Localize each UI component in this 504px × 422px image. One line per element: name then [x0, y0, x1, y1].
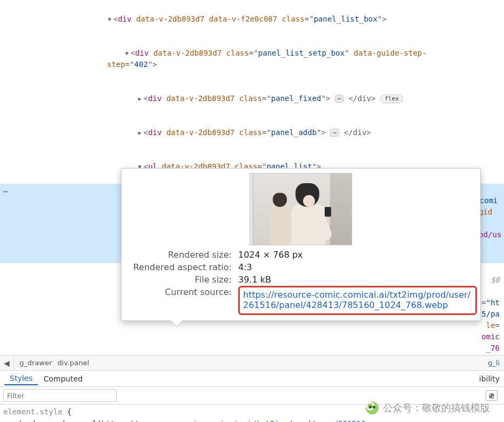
dom-node-fragment: _76 — [0, 343, 504, 354]
highlight-red-box: https://resource-comic.comicai.ai/txt2im… — [238, 286, 477, 315]
tab-truncated[interactable]: ibility — [474, 372, 500, 385]
tab-styles[interactable]: Styles — [4, 372, 38, 385]
breadcrumb-item[interactable]: div.panel — [57, 359, 89, 367]
tooltip-value-aspect: 4:3 — [235, 261, 480, 273]
rule-selector-label: element.style — [3, 407, 63, 416]
tooltip-label-aspect: Rendered aspect ratio: — [122, 261, 235, 273]
tooltip-value-rendered-size: 1024 × 768 px — [235, 249, 480, 261]
dom-node-div-step-box[interactable]: <div data-v-2db893d7 class="panel_list_s… — [0, 36, 504, 82]
dom-node-fragment: omic — [0, 331, 504, 343]
tab-computed[interactable]: Computed — [38, 372, 88, 385]
tooltip-label-source: Current source: — [122, 286, 235, 316]
styles-filter-input[interactable] — [3, 389, 117, 402]
tooltip-value-filesize: 39.1 kB — [235, 273, 480, 286]
breadcrumb-scroll-left-icon[interactable]: ◀ — [0, 356, 14, 370]
breadcrumb-item-active[interactable]: g_li — [488, 359, 504, 367]
dom-node-div-panel-addb[interactable]: <div data-v-2db893d7 class="panel_addb">… — [0, 116, 504, 150]
tooltip-label-filesize: File size: — [122, 273, 235, 286]
styles-filter-row: ⎚ — [0, 387, 504, 405]
toggle-hover-button[interactable]: ⎚ — [486, 390, 498, 401]
expand-url-caret[interactable]: ▶ — [74, 419, 78, 422]
hover-icon: ⎚ — [489, 391, 494, 400]
node-actions-icon[interactable]: ⋯ — [3, 186, 8, 197]
styles-rule-element-style[interactable]: element.style { background: ▶ url(https:… — [0, 405, 504, 422]
breadcrumb: ◀ g_drawer div.panel g_li — [0, 355, 504, 371]
ellipsis-badge[interactable]: ⋯ — [330, 129, 339, 137]
css-property-name[interactable]: background — [19, 419, 65, 422]
breadcrumb-item[interactable]: g_drawer — [19, 359, 52, 367]
image-preview-tooltip: Rendered size: 1024 × 768 px Rendered as… — [121, 168, 481, 321]
flex-badge[interactable]: flex — [380, 95, 404, 103]
styles-tabs: Styles Computed ibility — [0, 371, 504, 387]
dom-node-div-panel-fixed[interactable]: <div data-v-2db893d7 class="panel_fixed"… — [0, 82, 504, 116]
ellipsis-badge[interactable]: ⋯ — [335, 95, 344, 103]
dom-node-div-panel-list-box[interactable]: <div data-v-2db893d7 data-v-f2e0c087 cla… — [0, 2, 504, 36]
css-url-link[interactable]: https://resource-comic.comicai.ai/txt2im… — [102, 419, 370, 422]
dom-node-fragment: le= — [0, 320, 504, 331]
tooltip-label-rendered-size: Rendered size: — [122, 249, 235, 261]
tooltip-source-link[interactable]: https://resource-comic.comicai.ai/txt2im… — [243, 290, 471, 310]
image-preview-thumbnail — [250, 173, 352, 245]
